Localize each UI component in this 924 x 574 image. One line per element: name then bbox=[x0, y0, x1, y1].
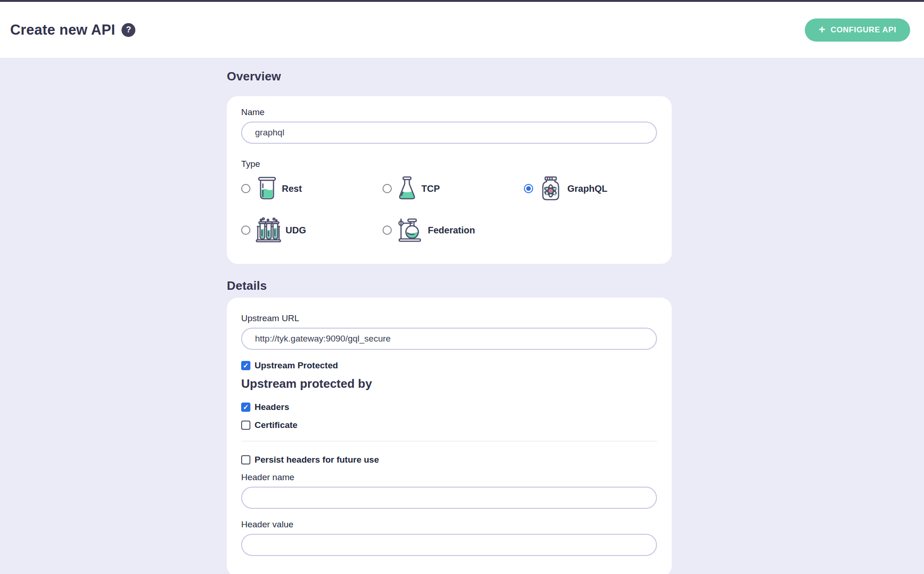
radio-tcp[interactable] bbox=[383, 184, 392, 193]
flask-icon bbox=[396, 176, 418, 201]
details-card: Upstream URL ✓ Upstream Protected Upstre… bbox=[227, 298, 672, 574]
page-header: Create new API ? + CONFIGURE API bbox=[0, 2, 924, 58]
persist-headers-label: Persist headers for future use bbox=[255, 455, 379, 465]
checkbox-checked-icon[interactable]: ✓ bbox=[241, 403, 250, 412]
page-content: Overview Name Type bbox=[0, 58, 924, 574]
headers-checkbox[interactable]: ✓ Headers bbox=[241, 402, 658, 412]
certificate-label: Certificate bbox=[255, 420, 298, 430]
divider bbox=[241, 441, 657, 441]
upstream-url-label: Upstream URL bbox=[241, 313, 299, 323]
type-option-federation[interactable]: Federation bbox=[383, 217, 524, 243]
details-section-title: Details bbox=[227, 279, 672, 293]
name-input[interactable] bbox=[241, 122, 657, 144]
beaker-icon bbox=[255, 176, 278, 201]
radio-federation[interactable] bbox=[383, 226, 392, 235]
type-option-label: Rest bbox=[282, 183, 302, 194]
headers-label: Headers bbox=[255, 402, 289, 412]
overview-section-title: Overview bbox=[227, 69, 672, 84]
header-value-input[interactable] bbox=[241, 534, 657, 556]
type-option-graphql[interactable]: GraphQL bbox=[524, 176, 658, 202]
overview-card: Name Type Rest bbox=[227, 96, 672, 264]
radio-udg[interactable] bbox=[241, 226, 250, 235]
type-label: Type bbox=[241, 159, 658, 170]
type-option-label: GraphQL bbox=[567, 183, 608, 194]
type-option-tcp[interactable]: TCP bbox=[383, 176, 524, 202]
upstream-protected-checkbox[interactable]: ✓ Upstream Protected bbox=[241, 360, 658, 371]
upstream-url-input[interactable] bbox=[241, 328, 657, 350]
header-name-input[interactable] bbox=[241, 487, 657, 509]
name-label: Name bbox=[241, 107, 265, 117]
test-tubes-icon bbox=[255, 217, 282, 243]
configure-api-button-label: CONFIGURE API bbox=[831, 25, 896, 35]
help-icon[interactable]: ? bbox=[122, 23, 135, 37]
checkbox-unchecked-icon[interactable] bbox=[241, 455, 250, 464]
atom-jar-icon bbox=[538, 176, 564, 202]
certificate-checkbox[interactable]: Certificate bbox=[241, 420, 658, 430]
type-option-label: Federation bbox=[428, 225, 475, 236]
type-option-label: UDG bbox=[286, 225, 306, 236]
header-value-label: Header value bbox=[241, 519, 658, 530]
configure-api-button[interactable]: + CONFIGURE API bbox=[805, 18, 910, 42]
type-options-grid: Rest TCP bbox=[241, 176, 658, 243]
radio-graphql[interactable] bbox=[524, 184, 533, 193]
type-option-rest[interactable]: Rest bbox=[241, 176, 383, 202]
radio-rest[interactable] bbox=[241, 184, 250, 193]
type-option-udg[interactable]: UDG bbox=[241, 217, 383, 243]
plus-icon: + bbox=[819, 24, 826, 35]
type-option-label: TCP bbox=[421, 183, 440, 194]
upstream-protected-label: Upstream Protected bbox=[255, 360, 338, 371]
header-name-label: Header name bbox=[241, 472, 658, 483]
persist-headers-checkbox[interactable]: Persist headers for future use bbox=[241, 455, 658, 465]
page-title: Create new API bbox=[10, 22, 115, 38]
upstream-protected-by-heading: Upstream protected by bbox=[241, 377, 658, 391]
checkbox-unchecked-icon[interactable] bbox=[241, 421, 250, 430]
flask-stand-icon bbox=[396, 217, 424, 243]
checkbox-checked-icon[interactable]: ✓ bbox=[241, 361, 250, 370]
